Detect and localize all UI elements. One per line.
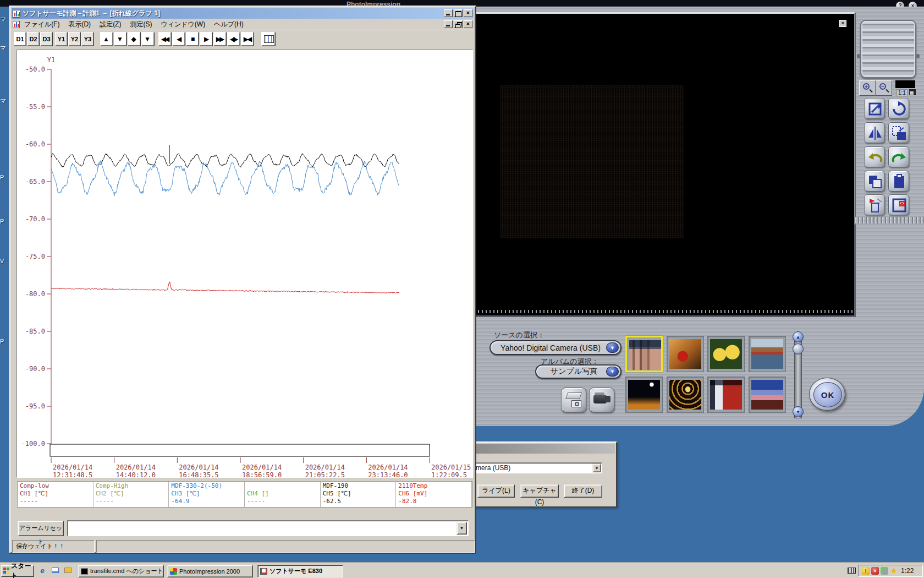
exit-button[interactable]: 終了(D) — [564, 484, 602, 498]
redo-button[interactable] — [888, 146, 909, 167]
chevron-down-icon[interactable]: ▼ — [592, 464, 601, 472]
fit-window-icon[interactable] — [909, 89, 916, 95]
desktop-icon-fragment[interactable]: マ — [0, 44, 7, 52]
mdi-minimize-button[interactable] — [444, 20, 453, 28]
error-shield-icon[interactable]: × — [871, 567, 879, 575]
desktop-icon-fragment[interactable]: V — [0, 258, 7, 264]
expand-vertical-icon[interactable]: ◆ — [128, 32, 141, 46]
menu-3[interactable]: 測定(S) — [125, 19, 156, 30]
toolbar-button-Y2[interactable]: Y2 — [68, 32, 81, 46]
start-button[interactable]: スタート — [1, 565, 34, 577]
menu-1[interactable]: 表示(D) — [64, 19, 95, 30]
internet-explorer-icon[interactable]: e — [37, 566, 47, 576]
task-button-cmd[interactable]: transfile.cmd へのショート... — [78, 565, 164, 577]
ok-button[interactable]: OK — [809, 378, 845, 411]
scroll-down-icon[interactable]: ▼ — [793, 406, 804, 417]
desktop-icon-fragment[interactable]: マ — [0, 15, 7, 24]
menu-2[interactable]: 設定(Z) — [95, 19, 125, 30]
thumbnail-city-night[interactable] — [625, 377, 663, 413]
paste-button[interactable] — [888, 171, 909, 192]
close-button[interactable]: × — [464, 9, 472, 17]
resize-button[interactable] — [864, 98, 885, 119]
expand-horizontal-icon[interactable]: ◀▶ — [227, 32, 240, 46]
scroll-down-icon[interactable]: ▼ — [114, 32, 127, 46]
remove-image-button[interactable] — [888, 194, 909, 215]
keyboard-icon[interactable] — [848, 568, 856, 574]
window-titlebar[interactable]: ソフトサーモ計測－計測1 － [折れ線グラフ 1] × — [12, 8, 474, 19]
desktop-icon-fragment[interactable]: P — [0, 218, 7, 225]
graph-view-button[interactable] — [261, 32, 276, 46]
capture-button[interactable]: キャプチャ(C) — [520, 484, 559, 498]
thumbnail-harbor-boats[interactable] — [749, 336, 786, 372]
toolbar-button-D2[interactable]: D2 — [27, 32, 40, 46]
svg-text:18:56:59.0: 18:56:59.0 — [242, 471, 282, 478]
scroll-up-icon[interactable]: ▲ — [793, 331, 804, 342]
tool-column: + − 1:1 — [854, 13, 924, 225]
warning-shield-icon[interactable]: ! — [862, 567, 870, 575]
rotate-button[interactable] — [888, 98, 909, 119]
step-forward-icon[interactable]: ▶ — [200, 32, 213, 46]
thumbnail-cardinal-bird[interactable] — [667, 336, 704, 372]
thumbnail-scrollbar[interactable]: ▲ ▼ — [793, 331, 804, 424]
mdi-restore-button[interactable] — [454, 20, 463, 28]
delete-trash-button[interactable] — [864, 194, 885, 215]
task-button-thermo-chart[interactable]: ソフトサーモ E830 — [257, 565, 343, 577]
thumbnail-lighthouse-barn[interactable] — [707, 377, 745, 413]
menu-0[interactable]: ファイル(F) — [20, 19, 64, 30]
stop-icon[interactable]: ■ — [186, 32, 199, 46]
chevron-down-icon[interactable]: ▼ — [457, 522, 467, 535]
maximize-button[interactable] — [454, 9, 463, 17]
video-capture-button[interactable] — [589, 388, 614, 412]
alarm-reset-button[interactable]: アラームリセット — [18, 521, 64, 536]
live-button[interactable]: ライブ(L) — [477, 484, 515, 498]
ok-button-face[interactable]: OK — [813, 382, 842, 407]
thumbnail-rock-spires[interactable] — [625, 336, 663, 372]
star-icon[interactable]: ★ — [890, 567, 898, 575]
step-back-icon[interactable]: ◀ — [172, 32, 185, 46]
undo-button[interactable] — [864, 146, 885, 167]
rewind-icon[interactable]: ◀◀ — [158, 32, 172, 46]
device-card-icon[interactable] — [881, 567, 888, 575]
desktop-icon-fragment[interactable]: P — [0, 174, 7, 181]
delete-trash-icon — [867, 198, 883, 213]
minimize-button[interactable] — [444, 9, 453, 17]
toolbar-button-Y1[interactable]: Y1 — [55, 32, 68, 46]
to-bottom-icon[interactable]: ▼ — [141, 32, 155, 46]
task-button-photoimpression[interactable]: PhotoImpression 2000 — [167, 565, 253, 577]
camera-source-combobox[interactable]: mera (USB) ▼ — [473, 462, 602, 473]
chevron-down-icon[interactable]: ▼ — [606, 367, 619, 377]
menu-5[interactable]: ヘルプ(H) — [210, 19, 248, 30]
collapse-horizontal-icon[interactable]: ▶◀ — [241, 32, 254, 46]
thumbnail-yellow-flowers[interactable] — [707, 336, 745, 372]
panel-grip[interactable] — [860, 20, 916, 78]
zoom-out-button[interactable]: − — [876, 80, 892, 96]
scroll-up-icon[interactable]: ▲ — [100, 32, 113, 46]
preview-close-icon[interactable]: × — [839, 20, 846, 27]
desktop-icon-fragment[interactable]: マ — [0, 97, 7, 105]
album-select-dropdown[interactable]: サンプル写真 ▼ — [535, 364, 622, 379]
ratio-1-1-button[interactable]: 1:1 — [897, 89, 908, 96]
flip-horizontal-button[interactable] — [864, 122, 885, 143]
crop-rotate-button[interactable] — [888, 122, 909, 143]
zoom-in-button[interactable]: + — [859, 80, 876, 96]
show-desktop-icon[interactable] — [63, 566, 73, 576]
chevron-down-icon[interactable]: ▼ — [606, 342, 619, 353]
fast-forward-icon[interactable]: ▶▶ — [213, 32, 227, 46]
scanner-acquire-button[interactable] — [561, 388, 586, 412]
scrollbar-thumb[interactable] — [793, 343, 804, 355]
source-select-dropdown[interactable]: Yahoo! Digital Camera (USB) ▼ — [490, 340, 622, 355]
toolbar-button-Y3[interactable]: Y3 — [81, 32, 94, 46]
redo-icon — [892, 150, 907, 165]
desktop-icon-fragment[interactable]: P — [0, 338, 7, 345]
menu-4[interactable]: ウィンドウ(W) — [156, 19, 210, 30]
toolbar-button-D3[interactable]: D3 — [40, 32, 53, 46]
capture-dialog: mera (USB) ▼ ライブ(L) キャプチャ(C) 終了(D) — [469, 441, 617, 508]
mdi-close-button[interactable]: × — [464, 20, 472, 28]
thumbnail-sunset-clouds[interactable] — [749, 377, 786, 413]
outlook-express-icon[interactable] — [50, 566, 60, 576]
alarm-combobox[interactable]: ▼ — [67, 520, 469, 536]
thumbnail-gold-light-spiral[interactable] — [667, 377, 704, 413]
dialog-titlebar[interactable] — [471, 444, 615, 454]
toolbar-button-D1[interactable]: D1 — [14, 32, 26, 46]
copy-button[interactable] — [864, 171, 885, 192]
